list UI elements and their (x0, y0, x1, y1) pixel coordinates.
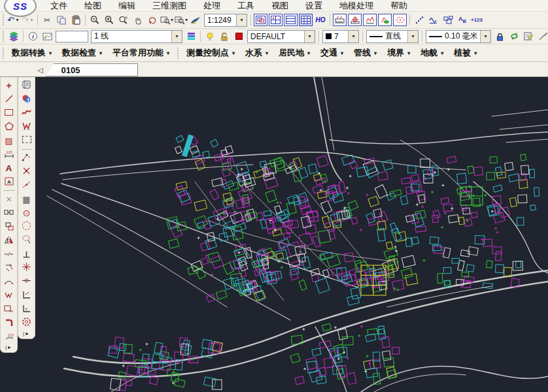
circle-center-button[interactable]: ⊙ (20, 206, 34, 220)
toolbar-grip[interactable] (2, 48, 5, 59)
menu-item-4[interactable]: 三维测图 (144, 0, 195, 11)
match-brush-button[interactable] (536, 30, 548, 43)
menu-item-7[interactable]: 视图 (263, 0, 297, 11)
chevron-down-icon[interactable]: ▾ (29, 17, 35, 23)
grid-snap-button[interactable]: ▦ (20, 193, 34, 206)
batch-w-button[interactable] (20, 120, 34, 133)
layer-unlock-button[interactable] (217, 30, 231, 43)
lock-button[interactable] (492, 30, 507, 43)
menu-item-3[interactable]: 编辑 (110, 0, 144, 11)
trim-button[interactable] (2, 261, 16, 274)
wave-line-button[interactable] (426, 14, 441, 27)
freehand-button[interactable] (20, 106, 34, 120)
draw-point-button[interactable]: + (2, 79, 16, 92)
draw-polygon-button[interactable] (2, 120, 16, 133)
window-grid-button[interactable] (299, 14, 313, 26)
entity-info-button[interactable]: i (26, 30, 40, 43)
measure-label-button[interactable]: .123 (2, 330, 16, 343)
join-button[interactable] (2, 206, 16, 220)
layer-on-button[interactable] (203, 30, 217, 43)
chevron-down-icon[interactable]: ▾ (171, 31, 182, 42)
layer-name-combo[interactable]: DEFAULT▾ (247, 30, 315, 43)
category-menu-植被[interactable]: 植被▾ (449, 46, 482, 61)
block-insert-button[interactable] (441, 14, 455, 27)
axis-annotate-button[interactable] (20, 289, 34, 302)
chevron-down-icon[interactable]: ▾ (304, 31, 315, 42)
draw-rectangle-button[interactable] (2, 106, 16, 120)
window-tile-button[interactable] (269, 14, 283, 26)
survey-target-button[interactable] (348, 14, 362, 26)
copy-layer-button[interactable] (2, 220, 16, 233)
menu-item-9[interactable]: 地模处理 (331, 0, 382, 11)
category-menu-居民地[interactable]: 居民地▾ (273, 46, 315, 61)
lasso-button[interactable] (20, 234, 34, 247)
layer-color-button[interactable] (231, 30, 246, 43)
category-menu-地貌[interactable]: 地貌▾ (415, 46, 449, 61)
arc-fit-button[interactable] (2, 275, 16, 288)
draw-hatch-button[interactable]: ▨ (2, 134, 16, 147)
toolbar-grip[interactable] (2, 31, 5, 42)
menu-item-8[interactable]: 设置 (297, 0, 331, 11)
paste-button[interactable] (69, 14, 83, 27)
toolbar-grip[interactable] (2, 14, 5, 25)
chevron-down-icon[interactable]: ▾ (236, 14, 247, 26)
node-edit-button[interactable] (20, 152, 34, 165)
map-canvas[interactable] (34, 77, 548, 392)
clip-region-button[interactable]: ✂ (2, 302, 16, 316)
valley-line-button[interactable] (2, 289, 16, 302)
category-menu-数据转换[interactable]: 数据转换▾ (7, 46, 57, 61)
pipe-bend-button[interactable] (2, 316, 16, 329)
pan-button[interactable] (131, 14, 145, 27)
notebook-button[interactable] (20, 79, 34, 92)
ortho-toggle-button[interactable]: HO (313, 14, 328, 27)
copy-button[interactable] (54, 14, 69, 27)
survey-terrain-button[interactable] (378, 14, 392, 26)
linetype-combo[interactable]: 直线▾ (366, 30, 419, 43)
mirror-button[interactable] (2, 234, 16, 247)
survey-ruler-button[interactable] (333, 14, 347, 26)
tab-scroll-left-button[interactable]: ◁ (37, 66, 43, 74)
color-combo[interactable]: 7▾ (322, 30, 359, 43)
menu-item-6[interactable]: 工具 (229, 0, 263, 11)
category-menu-平台常用功能[interactable]: 平台常用功能▾ (107, 46, 175, 61)
window-select-button[interactable] (20, 134, 34, 147)
survey-ellipse-button[interactable] (393, 14, 407, 26)
quick-filter-field[interactable] (56, 31, 88, 42)
category-menu-交通[interactable]: 交通▾ (315, 46, 349, 61)
window-hsplit-button[interactable] (284, 14, 298, 26)
layer-stack-button[interactable] (184, 30, 198, 43)
zoom-rotate-button[interactable] (145, 14, 160, 27)
zoom-extent-button[interactable]: ▾ (174, 14, 188, 27)
category-menu-数据检查[interactable]: 数据检查▾ (57, 46, 107, 61)
perpendicular-button[interactable]: ⊥ (20, 248, 34, 261)
category-menu-境界[interactable]: 境界▾ (382, 46, 415, 61)
axis-label-button[interactable]: K (20, 302, 34, 316)
chevron-down-icon[interactable]: ▾ (348, 31, 358, 42)
draw-toolbar-expand-button[interactable]: |► (3, 344, 16, 351)
layer-preview-button[interactable] (40, 30, 54, 43)
text-single-button[interactable]: A (2, 161, 16, 174)
drawing-layer-combo[interactable]: 1 线▾ (91, 30, 182, 43)
dim-linear-button[interactable]: 123 (2, 148, 16, 161)
menu-item-5[interactable]: 处理 (195, 0, 229, 11)
category-menu-管线[interactable]: 管线▾ (349, 46, 382, 61)
chevron-down-icon[interactable]: ▾ (480, 31, 490, 42)
chevron-down-icon[interactable]: ▾ (14, 17, 20, 23)
annotate-button[interactable] (521, 30, 536, 43)
zoom-out-button[interactable] (88, 14, 102, 27)
text-style-button[interactable]: AB (455, 14, 470, 27)
zoom-window-button[interactable]: ± (116, 14, 131, 27)
menu-item-10[interactable]: 帮助 (382, 0, 416, 11)
chevron-down-icon[interactable]: ▾ (185, 17, 188, 23)
survey-profile-button[interactable] (363, 14, 377, 26)
toolbar-grip[interactable] (177, 48, 179, 59)
node-delete-button[interactable] (20, 165, 34, 178)
zoom-previous-button[interactable]: ▾ (160, 14, 174, 27)
menu-item-2[interactable]: 绘图 (76, 0, 110, 11)
dashed-circle-button[interactable] (20, 220, 34, 233)
edit-toolbar-expand-button[interactable]: |► (20, 330, 33, 337)
window-cascade-button[interactable] (254, 14, 267, 26)
draw-line-button[interactable] (2, 93, 16, 106)
layer-manager-button[interactable] (7, 30, 21, 43)
erase-button[interactable]: × (2, 193, 16, 206)
